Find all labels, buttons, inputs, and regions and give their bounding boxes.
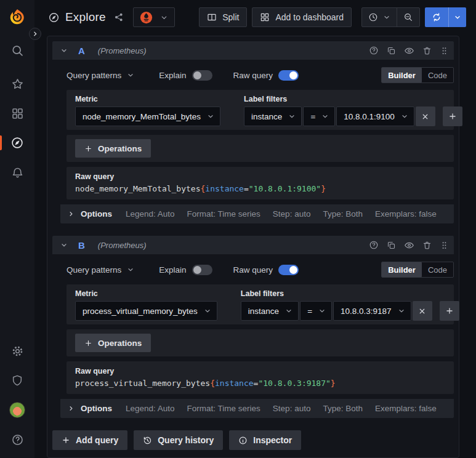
explain-toggle[interactable] [192,70,212,81]
chevron-down-icon [288,113,296,120]
query-options-row[interactable]: Options Legend: Auto Format: Time series… [60,399,454,418]
query-row-header[interactable]: B (Prometheus) [52,236,454,254]
filter-operator-value: = [307,307,312,316]
filter-value-select[interactable]: 10.8.0.1:9100 [336,106,414,126]
sidebar-item-alerting[interactable] [0,158,34,187]
filter-operator-select[interactable]: = [303,106,335,126]
add-to-dashboard-button[interactable]: Add to dashboard [252,7,352,27]
metric-value: node_memory_MemTotal_bytes [83,112,201,121]
query-help-icon[interactable] [369,240,379,250]
time-picker-button[interactable] [362,8,397,26]
query-history-label: Query history [158,435,214,445]
query-ref-id[interactable]: A [78,46,85,56]
builder-mode-tab[interactable]: Builder [382,262,422,277]
remove-filter-button[interactable] [413,301,432,321]
compass-icon [10,136,24,150]
collapse-chevron-icon[interactable] [60,241,68,249]
chevron-down-icon [285,307,292,315]
duplicate-query-icon[interactable] [387,46,396,55]
query-datasource-name: (Prometheus) [98,241,147,250]
raw-query-preview-label: Raw query [75,367,445,376]
builder-mode-tab[interactable]: Builder [382,68,422,82]
inspector-label: Inspector [253,435,292,445]
query-help-icon[interactable] [369,46,379,55]
explain-toggle[interactable] [192,265,212,275]
add-operations-button[interactable]: Operations [75,139,151,158]
sidebar-item-profile[interactable] [0,395,34,425]
run-query-button[interactable] [425,7,466,27]
explore-query-area: A (Prometheus) [47,36,459,458]
filter-operator-select[interactable]: = [300,301,332,321]
options-step: Step: auto [273,404,311,413]
split-button[interactable]: Split [199,7,247,27]
editor-mode-switch: Builder Code [381,67,454,83]
apps-grid-icon [11,107,24,120]
add-filter-button[interactable] [443,106,462,126]
x-icon [418,307,426,315]
metric-select[interactable]: process_virtual_memory_bytes [75,301,217,321]
filter-label-select[interactable]: instance [241,301,299,321]
sidebar-item-settings[interactable] [0,336,34,366]
info-circle-icon [238,436,248,445]
inspector-button[interactable]: Inspector [229,430,301,450]
metric-select[interactable]: node_memory_MemTotal_bytes [75,106,220,126]
query-actions-row: Add query Query history Inspector [52,430,454,450]
user-avatar [9,402,25,418]
sidebar-item-help[interactable] [0,425,34,454]
sidebar-item-explore[interactable] [0,128,34,158]
raw-query-text: process_virtual_memory_bytes{instance="1… [75,379,445,388]
disable-query-eye-icon[interactable] [404,46,414,56]
add-query-button[interactable]: Add query [52,430,127,450]
sidebar-item-dashboards[interactable] [0,98,34,128]
refresh-interval-caret[interactable] [448,7,466,27]
collapse-chevron-icon[interactable] [60,47,68,54]
zoom-out-button[interactable] [397,8,419,26]
plus-icon [84,145,92,153]
query-options-row[interactable]: Options Legend: Auto Format: Time series… [60,204,454,223]
options-exemplars: Exemplars: false [375,404,437,413]
add-to-dashboard-label: Add to dashboard [275,12,344,22]
sidebar-expand-button[interactable] [29,28,41,40]
split-panes-icon [207,12,217,22]
filter-label-select[interactable]: instance [244,106,302,126]
query-patterns-dropdown[interactable]: Query patterns [67,265,134,275]
drag-handle-icon[interactable] [440,46,449,55]
filter-label-value: instance [251,112,282,121]
raw-query-toggle[interactable] [278,70,299,81]
x-icon [421,113,429,121]
help-circle-icon [11,433,24,446]
query-patterns-dropdown[interactable]: Query patterns [67,71,134,80]
grafana-logo[interactable] [0,0,34,34]
remove-filter-button[interactable] [416,106,435,126]
options-legend: Legend: Auto [126,209,175,219]
query-row-header[interactable]: A (Prometheus) [52,41,454,60]
add-operations-button[interactable]: Operations [75,334,151,352]
disable-query-eye-icon[interactable] [404,240,414,251]
code-mode-tab[interactable]: Code [422,68,453,82]
chevron-down-icon [204,307,211,315]
code-mode-tab[interactable]: Code [422,262,453,277]
duplicate-query-icon[interactable] [387,241,396,250]
query-ref-id[interactable]: B [78,240,85,251]
datasource-picker[interactable] [133,7,175,27]
query-history-button[interactable]: Query history [134,430,223,450]
remove-query-trash-icon[interactable] [422,241,432,250]
query-datasource-name: (Prometheus) [98,46,147,55]
bell-icon [11,166,24,179]
filter-label-value: instance [248,307,279,316]
drag-handle-icon[interactable] [440,241,449,250]
grafana-logo-icon [8,8,26,26]
options-type: Type: Both [323,404,363,413]
filter-value-select[interactable]: 10.8.0.3:9187 [333,301,411,321]
remove-query-trash-icon[interactable] [422,46,432,55]
raw-query-label: Raw query [233,71,273,80]
chevron-down-icon [318,307,326,315]
options-label: Options [81,404,112,413]
sidebar-item-search[interactable] [0,36,34,65]
sidebar-item-starred[interactable] [0,69,34,98]
add-filter-button[interactable] [440,301,459,321]
split-button-label: Split [222,12,239,22]
raw-query-toggle[interactable] [278,265,299,275]
sidebar-item-server-admin[interactable] [0,366,34,395]
share-icon[interactable] [114,12,124,22]
